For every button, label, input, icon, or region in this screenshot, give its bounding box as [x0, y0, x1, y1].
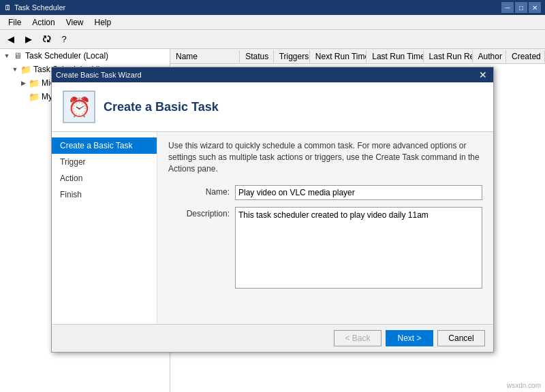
desc-label: Description:	[168, 207, 230, 218]
wizard-description: Use this wizard to quickly schedule a co…	[168, 140, 482, 174]
name-input[interactable]	[235, 185, 482, 200]
modal-nav: Create a Basic Task Trigger Action Finis…	[52, 132, 157, 324]
cancel-button[interactable]: Cancel	[437, 330, 485, 346]
close-button[interactable]: ✕	[529, 2, 541, 13]
modal-title-bar: Create Basic Task Wizard ✕	[52, 67, 493, 82]
menu-file[interactable]: File	[3, 16, 27, 29]
modal-header: ⏰ Create a Basic Task	[52, 82, 493, 132]
title-bar: 🗓 Task Scheduler ─ □ ✕	[0, 0, 545, 15]
menu-action[interactable]: Action	[27, 16, 60, 29]
col-header-triggers[interactable]: Triggers	[274, 50, 310, 63]
menu-help[interactable]: Help	[89, 16, 117, 29]
table-header: Name Status Triggers Next Run Time Last …	[170, 49, 545, 64]
folder-icon-2: 📁	[29, 78, 40, 88]
maximize-button[interactable]: □	[515, 2, 527, 13]
col-header-nextrun[interactable]: Next Run Time	[310, 50, 367, 63]
minimize-button[interactable]: ─	[501, 2, 514, 13]
create-basic-task-modal: Create Basic Task Wizard ✕ ⏰ Create a Ba…	[51, 67, 494, 353]
expand-icon-0: ▼	[3, 52, 11, 60]
modal-content: Use this wizard to quickly schedule a co…	[157, 132, 493, 324]
nav-item-finish[interactable]: Finish	[52, 186, 157, 203]
wizard-title: Create a Basic Task	[104, 100, 219, 114]
nav-item-trigger[interactable]: Trigger	[52, 154, 157, 170]
expand-icon-2: ▶	[19, 79, 27, 87]
folder-icon-3: 📁	[29, 91, 40, 102]
col-header-lastrun[interactable]: Last Run Time	[367, 50, 423, 63]
nav-item-action[interactable]: Action	[52, 170, 157, 186]
back-button[interactable]: < Back	[334, 330, 382, 346]
back-toolbar-button[interactable]: ◀	[3, 32, 19, 47]
name-label: Name:	[168, 185, 230, 197]
modal-title-text: Create Basic Task Wizard	[56, 71, 142, 79]
window-controls: ─ □ ✕	[501, 2, 541, 13]
help-toolbar-button[interactable]: ?	[56, 32, 72, 47]
menu-view[interactable]: View	[61, 16, 89, 29]
modal-footer: < Back Next > Cancel	[52, 324, 493, 352]
col-header-name[interactable]: Name	[170, 50, 240, 63]
modal-body: Create a Basic Task Trigger Action Finis…	[52, 132, 493, 324]
tree-label-0: Task Scheduler (Local)	[25, 51, 108, 61]
desc-row: Description: This task scheduler created…	[168, 207, 482, 289]
next-button[interactable]: Next >	[386, 330, 433, 346]
app-title: Task Scheduler	[14, 3, 65, 12]
app-icon: 🗓	[4, 3, 12, 12]
description-textarea[interactable]: This task scheduler created to play vide…	[235, 207, 482, 289]
col-header-status[interactable]: Status	[240, 50, 273, 63]
modal-close-button[interactable]: ✕	[477, 69, 489, 80]
menu-bar: File Action View Help	[0, 15, 545, 30]
col-header-lastresult[interactable]: Last Run Result	[424, 50, 473, 63]
name-row: Name:	[168, 185, 482, 200]
toolbar: ◀ ▶ 🗘 ?	[0, 30, 545, 49]
col-header-author[interactable]: Author	[473, 50, 506, 63]
clock-icon: ⏰	[67, 96, 91, 118]
tree-item-task-scheduler-local[interactable]: ▼ 🖥 Task Scheduler (Local)	[0, 49, 170, 63]
nav-item-create[interactable]: Create a Basic Task	[52, 137, 157, 154]
col-header-created[interactable]: Created	[506, 50, 545, 63]
forward-toolbar-button[interactable]: ▶	[20, 32, 37, 47]
wizard-icon: ⏰	[63, 91, 95, 123]
computer-icon-0: 🖥	[12, 50, 23, 61]
expand-icon-1: ▼	[11, 65, 19, 74]
folder-icon-1: 📁	[20, 64, 31, 75]
refresh-toolbar-button[interactable]: 🗘	[38, 32, 54, 47]
